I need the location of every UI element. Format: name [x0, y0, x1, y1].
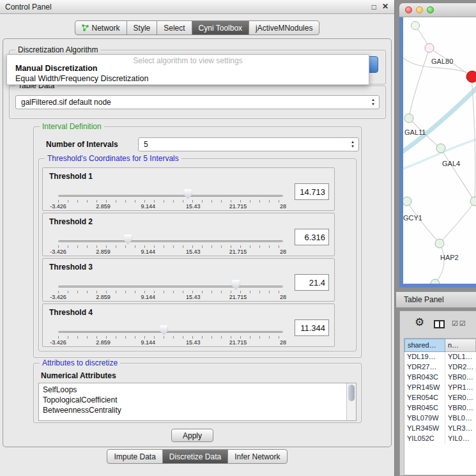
network-window-titlebar	[399, 3, 476, 17]
tab-jactivemnodules[interactable]: jActiveMNodules	[249, 20, 319, 35]
tick-label: 15.43	[186, 339, 201, 346]
tick-label: 15.43	[186, 203, 201, 210]
table-row[interactable]: YBL079WYBL0…	[404, 413, 476, 424]
tick-label: 21.715	[229, 294, 247, 300]
algorithm-option-manual[interactable]: Manual Discretization	[10, 64, 366, 73]
network-node-selected[interactable]	[466, 71, 476, 82]
threshold-4-slider[interactable]: -3.426 2.859 9.144 15.43 21.715 28	[58, 327, 283, 346]
threshold-2-value[interactable]	[295, 229, 329, 245]
network-node[interactable]	[403, 197, 411, 206]
tab-impute-data[interactable]: Impute Data	[107, 449, 162, 464]
network-icon	[82, 24, 89, 31]
table-panel-title: Table Panel	[404, 292, 444, 307]
tab-label: jActiveMNodules	[256, 24, 312, 33]
column-header-shared-name[interactable]: shared…	[404, 339, 445, 352]
tab-label: Discretize Data	[169, 452, 221, 461]
network-node[interactable]	[436, 144, 445, 153]
network-canvas[interactable]: GAL80 GAL11 GAL4 GCY1 HAP2	[403, 17, 476, 284]
close-button[interactable]	[405, 6, 412, 13]
tab-discretize-data[interactable]: Discretize Data	[162, 449, 228, 464]
scrollbar[interactable]	[346, 383, 356, 420]
slider-thumb[interactable]	[160, 325, 168, 335]
network-edge[interactable]	[440, 201, 475, 243]
network-window-frame: GAL80 GAL11 GAL4 GCY1 HAP2	[399, 17, 476, 288]
close-icon[interactable]: ✕	[382, 2, 388, 11]
number-of-intervals-select[interactable]: 5 ▲▼	[138, 137, 359, 151]
float-window-icon[interactable]: □	[372, 3, 376, 12]
table-row[interactable]: YDR27…YDR2…	[404, 362, 476, 372]
threshold-4-value[interactable]	[295, 319, 329, 336]
checkbox-icons[interactable]: ☑☑	[452, 319, 467, 328]
network-node[interactable]	[435, 239, 444, 248]
table-row[interactable]: YBR043CYBR0…	[404, 372, 476, 383]
tab-label: Impute Data	[114, 452, 155, 461]
table-data-value: galFiltered.sif default node	[21, 98, 111, 107]
attributes-title: Attributes to discretize	[40, 358, 120, 367]
slider-thumb[interactable]	[184, 189, 192, 199]
list-item[interactable]: BetweennessCentrality	[39, 405, 356, 415]
network-edge[interactable]	[441, 148, 474, 201]
threshold-2-panel: Threshold 2 -3.426 2.859 9.144 15.43 21.…	[42, 213, 335, 256]
number-of-intervals-value: 5	[144, 140, 148, 149]
table-row[interactable]: YLR345WYLR3…	[404, 424, 476, 434]
tab-cyni-toolbox[interactable]: Cyni Toolbox	[192, 20, 249, 35]
tick-label: 9.144	[141, 203, 156, 210]
column-header-name[interactable]: n…	[445, 339, 476, 352]
chevron-updown-icon: ▲▼	[369, 98, 377, 107]
scrollbar-thumb[interactable]	[348, 385, 355, 401]
tab-label: Infer Network	[234, 452, 280, 461]
list-item[interactable]: SelfLoops	[39, 383, 356, 395]
zoom-button[interactable]	[427, 6, 434, 13]
tick-label: -3.426	[50, 339, 66, 346]
network-node[interactable]	[425, 43, 434, 52]
tab-label: Select	[164, 24, 185, 33]
tick-label: 9.144	[141, 249, 156, 255]
network-edge[interactable]	[435, 243, 444, 283]
network-node-label: GAL4	[442, 160, 460, 167]
algorithm-option-equal-width[interactable]: Equal Width/Frequency Discretization	[10, 74, 366, 84]
network-node-label: GAL11	[404, 128, 426, 136]
threshold-1-slider[interactable]: -3.426 2.859 9.144 15.43 21.715 28	[58, 191, 283, 210]
slider-thumb[interactable]	[232, 280, 240, 290]
slider-track	[58, 286, 283, 288]
apply-button[interactable]: Apply	[171, 429, 213, 442]
tab-network[interactable]: Network	[75, 20, 127, 35]
network-edge[interactable]	[407, 201, 439, 243]
table-row[interactable]: YER054CYER0…	[404, 393, 476, 403]
table-header-row: shared… n…	[404, 339, 476, 352]
network-graph: GAL80 GAL11 GAL4 GCY1 HAP2	[403, 17, 476, 284]
tab-select[interactable]: Select	[157, 20, 192, 35]
tab-infer-network[interactable]: Infer Network	[227, 449, 287, 464]
threshold-3-value[interactable]	[295, 274, 329, 291]
table-row[interactable]: YIL052CYIL0…	[404, 434, 476, 444]
tick-label: 21.715	[229, 339, 247, 346]
gear-icon[interactable]: ⚙	[415, 317, 424, 328]
columns-icon[interactable]	[434, 320, 445, 328]
network-node[interactable]	[404, 114, 413, 123]
tab-style[interactable]: Style	[127, 20, 158, 35]
minimize-button[interactable]	[416, 6, 423, 13]
tick-label: 9.144	[141, 339, 156, 346]
tick-label: 2.859	[96, 294, 111, 300]
threshold-2-label: Threshold 2	[49, 217, 93, 226]
slider-thumb[interactable]	[124, 234, 132, 245]
table-panel-window: ⚙ ☑☑ shared… n… YDL19…YDL1… YDR27…YDR2… …	[399, 311, 476, 476]
network-node[interactable]	[431, 279, 440, 284]
numerical-attributes-label: Numerical Attributes	[41, 371, 116, 380]
table-data-select[interactable]: galFiltered.sif default node ▲▼	[15, 95, 380, 109]
network-node[interactable]	[411, 22, 420, 30]
tab-label: Network	[92, 24, 120, 33]
algorithm-dropdown: Select algorithm to view settings Manual…	[6, 54, 369, 85]
network-node-label: GCY1	[403, 214, 422, 222]
table-row[interactable]: YPR145WYPR1…	[404, 383, 476, 393]
network-edge[interactable]	[409, 48, 429, 118]
threshold-2-slider[interactable]: -3.426 2.859 9.144 15.43 21.715 28	[58, 236, 283, 256]
network-node[interactable]	[470, 197, 476, 206]
network-node-label: HAP2	[440, 254, 459, 261]
list-item[interactable]: TopologicalCoefficient	[39, 395, 356, 405]
table-row[interactable]: YDL19…YDL1…	[404, 352, 476, 362]
threshold-4-panel: Threshold 4 -3.426 2.859 9.144 15.43 21.…	[42, 303, 335, 347]
threshold-1-value[interactable]	[295, 183, 329, 200]
table-row[interactable]: YBR045CYBR0…	[404, 403, 476, 413]
threshold-3-slider[interactable]: -3.426 2.859 9.144 15.43 21.715 28	[58, 282, 283, 301]
